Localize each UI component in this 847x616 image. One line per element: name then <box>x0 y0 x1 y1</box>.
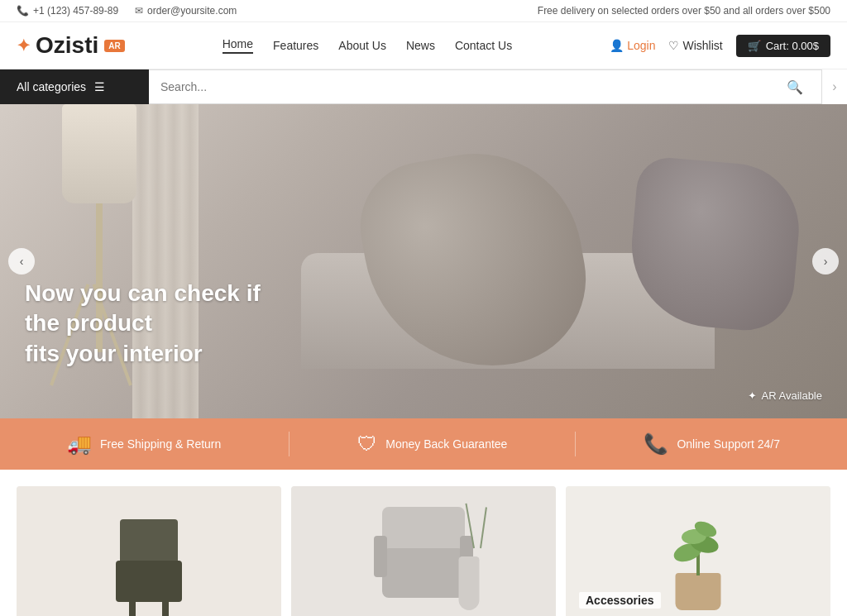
menu-icon: ☰ <box>94 80 105 93</box>
feature-moneyback-label: Money Back Guarantee <box>385 437 507 451</box>
shipping-icon: 🚚 <box>67 432 92 456</box>
feature-support: 📞 Online Support 24/7 <box>644 432 780 456</box>
logo-text: Ozisti <box>36 32 98 59</box>
nav-actions: 👤 Login ♡ Wishlist 🛒 Cart: 0.00$ <box>610 35 830 57</box>
search-input-wrap: 🔍 <box>149 69 822 104</box>
search-nav-arrow[interactable]: › <box>822 69 847 104</box>
lamp-shade <box>62 104 136 203</box>
ar-icon: ✦ <box>748 389 757 402</box>
hero-next-button[interactable]: › <box>812 248 839 275</box>
armchair-body <box>382 548 465 598</box>
topbar-left: 📞 +1 (123) 457-89-89 ✉ order@yoursite.co… <box>17 5 237 17</box>
feature-divider-2 <box>575 432 576 456</box>
cart-button[interactable]: 🛒 Cart: 0.00$ <box>736 35 830 57</box>
hero-ar-badge: ✦ AR Available <box>748 389 822 402</box>
user-icon: 👤 <box>610 39 624 52</box>
header: ✦ Ozisti AR Home Features About Us News … <box>0 22 847 69</box>
hero-overlay: Now you can check if the product fits yo… <box>25 279 290 369</box>
email-address: order@yoursite.com <box>147 5 237 17</box>
delivery-notice: Free delivery on selected orders over $5… <box>538 5 830 17</box>
search-bar: All categories ☰ 🔍 › <box>0 69 847 104</box>
feature-shipping: 🚚 Free Shipping & Return <box>67 432 221 456</box>
product-card-accessories[interactable]: Accessories <box>566 486 830 616</box>
hero-headline-line1: Now you can check if the product <box>25 280 261 336</box>
login-label: Login <box>627 39 655 52</box>
feature-support-label: Online Support 24/7 <box>677 437 780 451</box>
phone-icon: 📞 <box>17 5 29 17</box>
categories-label: All categories <box>17 80 86 93</box>
nav-item-about[interactable]: About Us <box>338 39 386 52</box>
phone-number: +1 (123) 457-89-89 <box>33 5 118 17</box>
products-section: Accessories <box>0 470 847 616</box>
wishlist-button[interactable]: ♡ Wishlist <box>668 39 722 52</box>
hero-slider: Now you can check if the product fits yo… <box>0 104 847 418</box>
product-card-chair[interactable] <box>17 486 281 616</box>
moneyback-icon: 🛡 <box>357 432 377 456</box>
vase-stem2 <box>480 507 487 548</box>
nav-item-contact[interactable]: Contact Us <box>455 39 512 52</box>
topbar: 📞 +1 (123) 457-89-89 ✉ order@yoursite.co… <box>0 0 847 22</box>
chair-leg-right <box>162 600 169 616</box>
search-input[interactable] <box>160 80 780 93</box>
cart-icon: 🛒 <box>748 40 761 52</box>
hero-headline-line2: fits your interior <box>25 341 203 366</box>
sofa-visual <box>301 137 814 369</box>
login-button[interactable]: 👤 Login <box>610 39 655 52</box>
hero-prev-button[interactable]: ‹ <box>8 248 35 275</box>
product-card-armchair[interactable] <box>291 486 556 616</box>
cart-label: Cart: 0.00$ <box>766 40 819 52</box>
search-icon[interactable]: 🔍 <box>780 79 810 95</box>
logo-icon: ✦ <box>17 36 31 55</box>
nav-item-news[interactable]: News <box>406 39 435 52</box>
nav-item-home[interactable]: Home <box>223 37 253 54</box>
armchair-visual <box>291 486 556 616</box>
armchair-arm-left <box>374 536 387 577</box>
phone-info: 📞 +1 (123) 457-89-89 <box>17 5 118 17</box>
product-card-accessories-label: Accessories <box>579 592 661 609</box>
logo[interactable]: ✦ Ozisti AR <box>17 32 125 59</box>
support-icon: 📞 <box>644 432 668 456</box>
features-bar: 🚚 Free Shipping & Return 🛡 Money Back Gu… <box>0 418 847 470</box>
vase-decoration <box>459 556 480 610</box>
logo-ar-badge: AR <box>104 40 124 52</box>
heart-icon: ♡ <box>668 39 679 52</box>
ar-badge-text: AR Available <box>762 389 822 402</box>
wishlist-label: Wishlist <box>682 39 722 52</box>
feature-divider-1 <box>289 432 290 456</box>
chair-seat <box>116 561 182 602</box>
nav-item-features[interactable]: Features <box>273 39 318 52</box>
chair-visual <box>17 486 281 616</box>
hero-headline: Now you can check if the product fits yo… <box>25 279 290 369</box>
email-icon: ✉ <box>135 5 143 17</box>
feature-shipping-label: Free Shipping & Return <box>100 437 221 451</box>
categories-button[interactable]: All categories ☰ <box>0 69 149 104</box>
chair-back <box>120 519 178 565</box>
feature-moneyback: 🛡 Money Back Guarantee <box>357 432 507 456</box>
email-info: ✉ order@yoursite.com <box>135 5 237 17</box>
plant-pot <box>676 573 721 610</box>
main-nav: Home Features About Us News Contact Us <box>223 37 512 54</box>
chair-leg-left <box>129 600 136 616</box>
hero-background <box>0 104 847 418</box>
